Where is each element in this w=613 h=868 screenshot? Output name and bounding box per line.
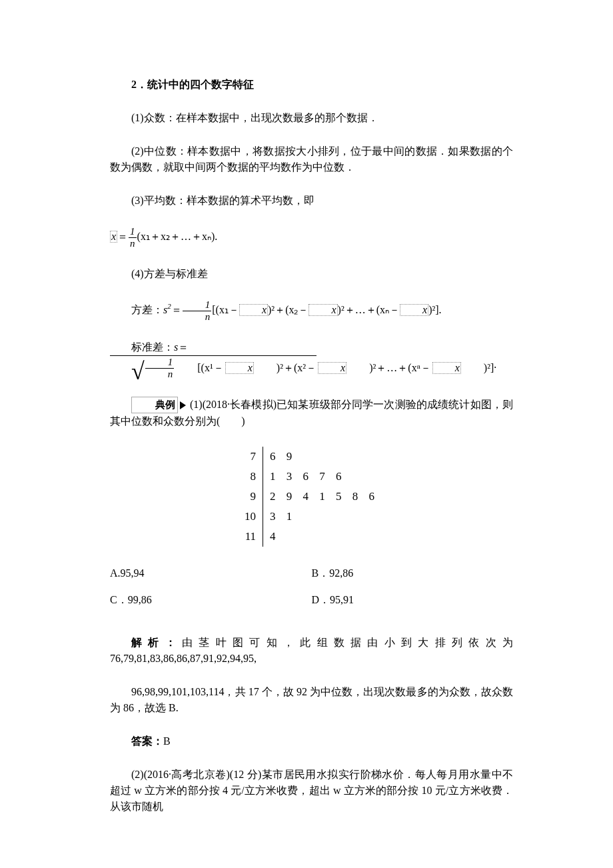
xbar-icon: x <box>432 362 461 374</box>
document-page: 2．统计中的四个数字特征 (1)众数：在样本数据中，出现次数最多的那个数据． (… <box>0 0 613 868</box>
stem-value: 9 <box>245 487 256 507</box>
example2-stem: (2)(2016·高考北京卷)(12 分)某市居民用水拟实行阶梯水价．每人每月用… <box>110 767 513 815</box>
leaf-row: 2 9 4 1 5 8 6 <box>270 487 378 507</box>
formula-sd: 标准差：s＝ √ 1n[(x¹－x)²＋(x²－x)²＋…＋(xⁿ－x)²]· <box>110 339 513 379</box>
xbar-icon: x <box>318 362 346 374</box>
stem-value: 8 <box>245 467 256 487</box>
option-a: A.95,94 <box>110 565 312 581</box>
stem-column: 7 8 9 10 11 <box>245 447 263 547</box>
formula-variance: 方差：s2＝1n[(x₁－x)²＋(x₂－x)²＋…＋(xₙ－x)²]. <box>110 299 513 322</box>
option-c: C．99,86 <box>110 592 312 608</box>
leaf-column: 6 9 1 3 6 7 6 2 9 4 1 5 8 6 3 1 4 <box>263 447 378 547</box>
leaf-row: 4 <box>270 527 378 547</box>
leaf-row: 1 3 6 7 6 <box>270 467 378 487</box>
xbar-icon: x <box>225 362 254 374</box>
xbar-icon: x <box>400 304 428 316</box>
stem-value: 10 <box>245 507 256 527</box>
option-b: B．92,86 <box>312 565 514 581</box>
triangle-right-icon <box>180 401 186 409</box>
def-zhongshu: (1)众数：在样本数据中，出现次数最多的那个数据． <box>110 110 513 126</box>
fraction-icon: 1n <box>129 226 137 249</box>
def-zhongweishu: (2)中位数：样本数据中，将数据按大小排列，位于最中间的数据．如果数据的个数为偶… <box>110 143 513 175</box>
def-pingjunshu: (3)平均数：样本数据的算术平均数，即 <box>110 193 513 209</box>
sd-label: 标准差： <box>131 341 174 353</box>
leaf-row: 3 1 <box>270 507 378 527</box>
fraction-icon: 1n <box>183 299 212 322</box>
jiexi-line1: 解析：由茎叶图可知，此组数据由小到大排列依次为 76,79,81,83,86,8… <box>110 635 513 667</box>
stem-leaf-plot: 7 8 9 10 11 6 9 1 3 6 7 6 2 9 4 1 5 8 6 … <box>110 447 513 547</box>
variance-label: 方差： <box>131 304 163 315</box>
answer-label: 答案： <box>131 735 163 747</box>
sqrt-icon: √ 1n[(x¹－x)²＋(x²－x)²＋…＋(xⁿ－x)²]· <box>110 355 496 379</box>
def-fangcha: (4)方差与标准差 <box>110 266 513 282</box>
option-d: D．95,91 <box>312 592 514 608</box>
formula-mean: x＝1n(x₁＋x₂＋…＋xₙ). <box>110 226 513 249</box>
answer-options: A.95,94 B．92,86 C．99,86 D．95,91 <box>110 565 513 619</box>
xbar-icon: x <box>308 304 337 316</box>
formula-mean-tail: (x₁＋x₂＋…＋xₙ). <box>137 231 218 242</box>
dianli-badge: 典例 <box>131 397 178 413</box>
jiexi-label: 解析： <box>131 637 182 648</box>
example1-stem: 典例(1)(2018·长春模拟)已知某班级部分同学一次测验的成绩统计如图，则其中… <box>110 397 513 429</box>
answer-value: B <box>163 735 171 747</box>
leaf-row: 6 9 <box>270 447 378 467</box>
answer-line: 答案：B <box>110 733 513 749</box>
xbar-icon: x <box>110 231 117 243</box>
stem-value: 7 <box>245 447 256 467</box>
xbar-icon: x <box>239 304 268 316</box>
stem-value: 11 <box>245 527 256 547</box>
section-title: 2．统计中的四个数字特征 <box>110 77 513 93</box>
jiexi-line2: 96,98,99,101,103,114，共 17 个，故 92 为中位数，出现… <box>110 684 513 716</box>
